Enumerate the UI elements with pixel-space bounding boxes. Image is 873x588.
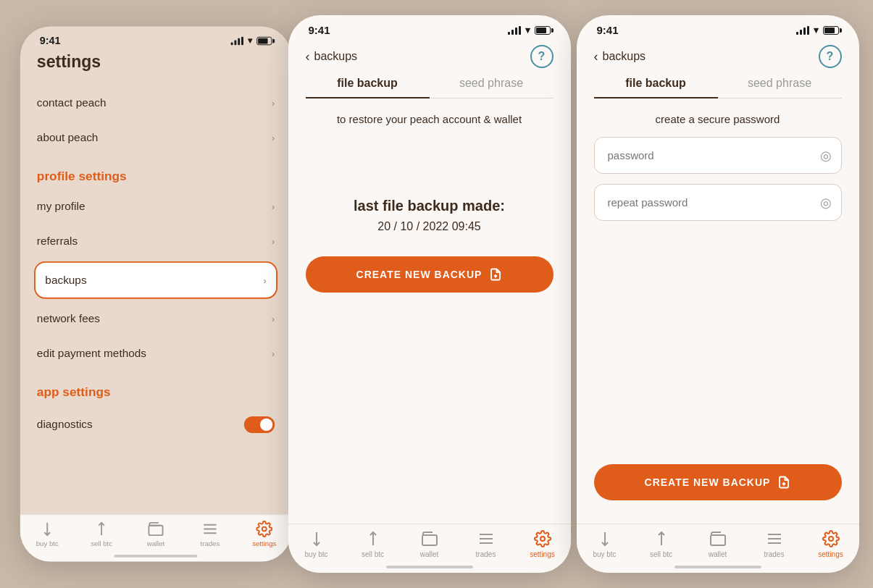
wallet-label: wallet xyxy=(146,540,164,548)
nav-wallet-3[interactable]: wallet xyxy=(690,530,746,558)
help-button-3[interactable]: ? xyxy=(819,45,842,68)
referrals-label: referrals xyxy=(36,235,77,247)
time-3: 9:41 xyxy=(597,24,619,36)
about-peach-item[interactable]: about peach › xyxy=(36,120,274,155)
status-bar-3: 9:41 ▾ xyxy=(577,15,859,39)
tab-seed-phrase-3[interactable]: seed phrase xyxy=(718,77,842,98)
home-indicator-2 xyxy=(386,566,473,568)
backup-description: to restore your peach account & wallet xyxy=(306,98,554,140)
nav-sell-btc-2[interactable]: sell btc xyxy=(345,530,401,558)
create-backup-button-2[interactable]: CREATE NEW BACKUP xyxy=(306,256,554,293)
settings-icon-3 xyxy=(822,530,840,547)
help-button-2[interactable]: ? xyxy=(530,45,554,68)
back-arrow-icon-3: ‹ xyxy=(594,49,598,64)
trades-label: trades xyxy=(200,540,220,548)
nav-settings[interactable]: settings xyxy=(237,521,291,547)
backup-header-3: ‹ backups ? xyxy=(577,39,859,68)
settings-label-3: settings xyxy=(818,550,843,558)
repeat-password-eye-icon[interactable]: ◎ xyxy=(820,195,832,211)
repeat-password-input[interactable] xyxy=(594,184,842,221)
diagnostics-toggle[interactable] xyxy=(243,416,274,433)
diagnostics-item[interactable]: diagnostics xyxy=(36,406,274,445)
contact-peach-item[interactable]: contact peach › xyxy=(36,85,274,120)
svg-rect-2 xyxy=(149,526,162,535)
wifi-icon-2: ▾ xyxy=(525,25,530,35)
repeat-password-input-wrapper: ◎ xyxy=(594,184,842,221)
tab-file-backup-2[interactable]: file backup xyxy=(306,77,430,98)
wallet-icon-2 xyxy=(421,530,438,547)
create-backup-button-3[interactable]: CREATE NEW BACKUP xyxy=(594,464,842,500)
network-fees-label: network fees xyxy=(36,313,99,325)
battery-icon-1 xyxy=(256,36,272,45)
nav-wallet[interactable]: wallet xyxy=(128,521,183,547)
status-icons-2: ▾ xyxy=(508,25,551,35)
trades-icon-3 xyxy=(766,530,783,547)
settings-label: settings xyxy=(252,540,276,548)
wallet-label-2: wallet xyxy=(420,550,439,558)
sell-btc-icon xyxy=(93,521,109,537)
signal-icon-2 xyxy=(508,26,521,35)
backup-file-icon-2 xyxy=(489,268,502,281)
about-peach-label: about peach xyxy=(36,131,98,143)
status-icons-3: ▾ xyxy=(796,25,839,35)
password-section-label: create a secure password xyxy=(594,113,842,125)
network-fees-item[interactable]: network fees › xyxy=(36,302,274,337)
svg-rect-11 xyxy=(422,535,437,545)
svg-point-24 xyxy=(829,537,833,541)
nav-settings-3[interactable]: settings xyxy=(803,530,859,558)
nav-sell-btc-3[interactable]: sell btc xyxy=(633,530,690,558)
nav-trades-2[interactable]: trades xyxy=(458,530,514,558)
nav-trades-3[interactable]: trades xyxy=(746,530,803,558)
wallet-icon xyxy=(147,521,164,537)
settings-title: settings xyxy=(36,49,274,72)
wifi-icon-1: ▾ xyxy=(247,35,252,46)
back-button-2[interactable]: ‹ backups xyxy=(306,49,358,64)
status-bar-1: 9:41 ▾ xyxy=(20,26,291,49)
settings-phone: 9:41 ▾ settings contact peach › xyxy=(20,26,291,561)
my-profile-item[interactable]: my profile › xyxy=(36,189,274,224)
back-label-2: backups xyxy=(314,50,358,63)
my-profile-label: my profile xyxy=(36,200,85,212)
password-eye-icon[interactable]: ◎ xyxy=(820,148,832,164)
password-input-wrapper: ◎ xyxy=(594,137,842,174)
nav-trades[interactable]: trades xyxy=(183,521,237,547)
sell-btc-label-2: sell btc xyxy=(362,550,384,558)
settings-label-2: settings xyxy=(530,550,554,558)
wallet-icon-3 xyxy=(709,530,727,547)
nav-sell-btc[interactable]: sell btc xyxy=(74,521,128,547)
backup-phone: 9:41 ▾ ‹ backups ? file xyxy=(288,15,571,573)
back-button-3[interactable]: ‹ backups xyxy=(594,49,646,64)
trades-icon-2 xyxy=(477,530,495,547)
edit-payment-item[interactable]: edit payment methods › xyxy=(36,337,274,371)
svg-rect-20 xyxy=(711,535,725,545)
password-input[interactable] xyxy=(594,137,842,174)
buy-btc-label: buy btc xyxy=(35,540,58,548)
trades-icon xyxy=(201,521,218,537)
nav-buy-btc-3[interactable]: buy btc xyxy=(577,530,633,558)
wifi-icon-3: ▾ xyxy=(814,25,819,35)
chevron-icon: › xyxy=(263,274,266,285)
referrals-item[interactable]: referrals › xyxy=(36,224,274,259)
signal-icon-3 xyxy=(796,26,809,35)
create-backup-label-3: CREATE NEW BACKUP xyxy=(645,476,771,488)
nav-wallet-2[interactable]: wallet xyxy=(401,530,458,558)
diagnostics-label: diagnostics xyxy=(36,419,92,431)
buy-btc-label-2: buy btc xyxy=(304,550,327,558)
backup-content-2: to restore your peach account & wallet l… xyxy=(288,98,571,293)
contact-peach-label: contact peach xyxy=(36,96,106,109)
time-2: 9:41 xyxy=(309,24,330,36)
nav-buy-btc-2[interactable]: buy btc xyxy=(288,530,345,558)
sell-btc-icon-2 xyxy=(364,530,382,547)
status-icons-1: ▾ xyxy=(230,35,272,46)
svg-point-6 xyxy=(262,527,266,532)
back-label-3: backups xyxy=(603,50,646,63)
chevron-icon: › xyxy=(271,314,274,324)
backups-item[interactable]: backups › xyxy=(34,261,277,299)
backup-password-phone: 9:41 ▾ ‹ backups ? file xyxy=(577,15,859,573)
backups-label: backups xyxy=(45,274,86,286)
tab-file-backup-3[interactable]: file backup xyxy=(594,77,718,98)
nav-buy-btc[interactable]: buy btc xyxy=(20,521,74,547)
nav-settings-2[interactable]: settings xyxy=(514,530,571,558)
tab-seed-phrase-2[interactable]: seed phrase xyxy=(430,77,554,98)
buy-btc-icon-2 xyxy=(308,530,325,547)
